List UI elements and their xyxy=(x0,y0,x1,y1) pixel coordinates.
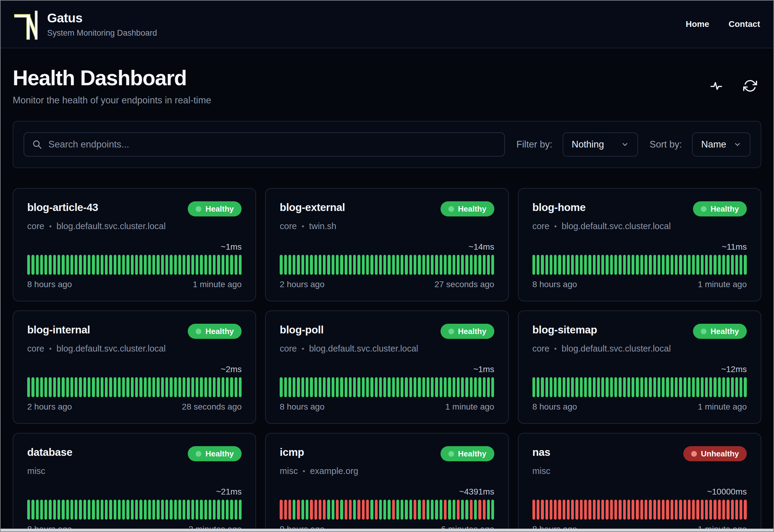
status-badge: Healthy xyxy=(188,201,242,216)
status-label: Healthy xyxy=(458,204,486,214)
uptime-bar-up xyxy=(187,255,190,275)
uptime-bar-up xyxy=(601,377,604,397)
uptime-bar-up xyxy=(101,377,103,397)
filter-select[interactable]: Nothing xyxy=(563,132,638,157)
uptime-bar-down xyxy=(688,500,691,520)
endpoint-name: nas xyxy=(532,446,550,458)
uptime-bar-up xyxy=(340,255,343,275)
uptime-bar-up xyxy=(126,500,129,520)
uptime-bar-down xyxy=(610,500,613,520)
main-content: Health Dashboard Monitor the health of y… xyxy=(1,48,773,532)
uptime-bar-up xyxy=(118,377,121,397)
endpoint-card[interactable]: blog-article-43 Healthy core • blog.defa… xyxy=(13,188,256,301)
uptime-bar-up xyxy=(370,255,373,275)
uptime-bar-up xyxy=(550,377,552,397)
uptime-bar-up xyxy=(135,377,138,397)
endpoint-card[interactable]: icmp Healthy misc • example.org ~4391ms … xyxy=(265,433,509,532)
uptime-bar-up xyxy=(563,377,565,397)
uptime-bar-up xyxy=(204,500,207,520)
card-footer: 8 hours ago 1 minute ago xyxy=(532,402,747,412)
card-footer: 2 hours ago 28 seconds ago xyxy=(27,402,242,412)
uptime-bar-down xyxy=(731,500,734,520)
uptime-bar-up xyxy=(83,500,86,520)
status-badge: Healthy xyxy=(693,201,747,216)
uptime-bar-up xyxy=(53,377,56,397)
uptime-bar-up xyxy=(114,377,116,397)
uptime-bar-up xyxy=(448,500,451,520)
uptime-bar-up xyxy=(332,500,334,520)
endpoint-card[interactable]: blog-poll Healthy core • blog.default.sv… xyxy=(265,310,509,424)
uptime-bar-up xyxy=(165,500,168,520)
uptime-bar-down xyxy=(366,500,369,520)
uptime-bar-up xyxy=(362,255,365,275)
card-header: nas Unhealthy xyxy=(532,446,747,461)
sort-select[interactable]: Name xyxy=(692,132,750,157)
uptime-bar-up xyxy=(554,255,557,275)
uptime-bar-up xyxy=(31,500,34,520)
uptime-bar-up xyxy=(101,500,103,520)
uptime-bar-up xyxy=(306,500,308,520)
uptime-bar-up xyxy=(239,377,242,397)
uptime-bar-up xyxy=(174,255,177,275)
uptime-bar-down xyxy=(696,500,699,520)
uptime-bar-up xyxy=(375,377,378,397)
uptime-bar-down xyxy=(575,500,578,520)
uptime-bar-chart xyxy=(532,500,747,520)
uptime-bar-up xyxy=(31,377,34,397)
uptime-bar-up xyxy=(204,377,207,397)
uptime-bar-up xyxy=(735,377,738,397)
uptime-bar-up xyxy=(362,377,365,397)
uptime-bar-up xyxy=(614,255,617,275)
endpoint-card[interactable]: database Healthy misc ~21ms 8 hours ago … xyxy=(13,433,256,532)
endpoint-host: blog.default.svc.cluster.local xyxy=(561,344,671,354)
uptime-bar-down xyxy=(662,500,665,520)
search-box[interactable] xyxy=(24,132,505,157)
endpoint-card[interactable]: blog-internal Healthy core • blog.defaul… xyxy=(13,310,256,424)
uptime-bar-up xyxy=(105,255,108,275)
uptime-bar-down xyxy=(714,500,716,520)
uptime-bar-up xyxy=(474,255,477,275)
uptime-bar-up xyxy=(474,500,477,520)
uptime-bar-up xyxy=(474,377,477,397)
endpoint-card[interactable]: blog-sitemap Healthy core • blog.default… xyxy=(518,310,761,424)
nav-link-contact[interactable]: Contact xyxy=(729,19,760,29)
endpoint-card[interactable]: blog-home Healthy core • blog.default.sv… xyxy=(518,188,761,301)
meta-separator: • xyxy=(554,222,557,231)
uptime-bar-up xyxy=(323,377,326,397)
uptime-bar-up xyxy=(178,500,181,520)
uptime-bar-up xyxy=(83,377,86,397)
uptime-bar-up xyxy=(448,255,451,275)
uptime-bar-up xyxy=(288,377,291,397)
uptime-bar-up xyxy=(636,377,639,397)
uptime-bar-up xyxy=(31,255,34,275)
uptime-bar-down xyxy=(705,500,708,520)
uptime-bar-up xyxy=(327,255,330,275)
uptime-bar-up xyxy=(666,377,669,397)
uptime-bar-up xyxy=(640,377,643,397)
status-badge: Healthy xyxy=(188,446,242,461)
uptime-bar-up xyxy=(196,377,198,397)
refresh-icon[interactable] xyxy=(743,79,757,93)
oldest-timestamp: 8 hours ago xyxy=(532,280,577,289)
uptime-bar-up xyxy=(83,255,86,275)
uptime-bar-up xyxy=(301,255,304,275)
uptime-bar-up xyxy=(222,377,224,397)
uptime-bar-down xyxy=(593,500,596,520)
uptime-bar-up xyxy=(705,255,708,275)
meta-separator: • xyxy=(302,345,304,353)
uptime-bar-up xyxy=(435,500,438,520)
search-input[interactable] xyxy=(48,139,496,150)
activity-icon[interactable] xyxy=(709,79,723,93)
nav-link-home[interactable]: Home xyxy=(686,19,709,29)
uptime-bar-up xyxy=(645,377,647,397)
uptime-bar-up xyxy=(606,377,608,397)
uptime-bar-down xyxy=(666,500,669,520)
endpoint-card[interactable]: nas Unhealthy misc ~10000ms 8 hours ago … xyxy=(518,433,761,532)
brand-subtitle: System Monitoring Dashboard xyxy=(47,28,157,38)
uptime-bar-up xyxy=(491,255,494,275)
uptime-bar-up xyxy=(435,377,438,397)
card-header: icmp Healthy xyxy=(280,446,494,461)
endpoint-card[interactable]: blog-external Healthy core • twin.sh ~14… xyxy=(265,188,509,301)
uptime-bar-up xyxy=(196,255,198,275)
uptime-bar-up xyxy=(388,377,390,397)
